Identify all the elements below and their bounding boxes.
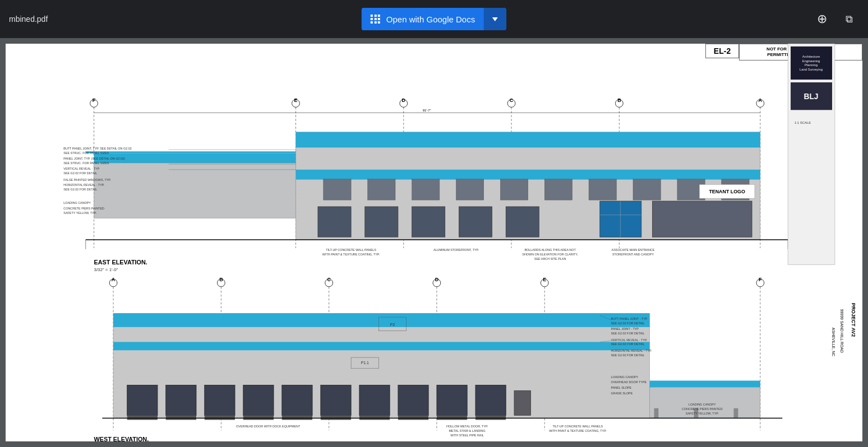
- svg-text:B: B: [219, 277, 223, 282]
- svg-text:SEE G2.02 FOR DETAIL: SEE G2.02 FOR DETAIL: [63, 188, 97, 191]
- svg-text:PANEL JOINT, TYP. (SEE DETAIL : PANEL JOINT, TYP. (SEE DETAIL ON G2.02): [63, 157, 125, 160]
- svg-text:TILT-UP CONCRETE WALL PANELS: TILT-UP CONCRETE WALL PANELS: [553, 425, 603, 428]
- svg-text:LOADING CANOPY: LOADING CANOPY: [611, 375, 639, 379]
- svg-text:SEE STRUC. FOR PANEL SIZES: SEE STRUC. FOR PANEL SIZES: [63, 151, 109, 155]
- svg-text:WITH PAINT & TEXTURE COATING, : WITH PAINT & TEXTURE COATING, TYP.: [322, 253, 380, 256]
- svg-text:Planning: Planning: [805, 63, 818, 67]
- svg-rect-100: [127, 385, 158, 415]
- svg-rect-101: [166, 385, 196, 415]
- svg-rect-105: [321, 385, 351, 415]
- puzzle-icon-button[interactable]: ⧉: [839, 9, 859, 29]
- main-content: NOT FOR CONSTRUCTION FOR PERMITTING PURP…: [0, 38, 868, 447]
- svg-text:STOREFRONT AND CANOPY: STOREFRONT AND CANOPY: [612, 253, 654, 256]
- pdf-page: NOT FOR CONSTRUCTION FOR PERMITTING PURP…: [6, 44, 862, 441]
- svg-text:FALSE PAINTED WINDOWS, TYP.: FALSE PAINTED WINDOWS, TYP.: [63, 178, 111, 181]
- svg-text:3/32" = 1'-0": 3/32" = 1'-0": [94, 267, 118, 272]
- svg-rect-22: [296, 170, 760, 180]
- svg-rect-95: [113, 342, 650, 351]
- chevron-down-icon: [492, 17, 498, 21]
- svg-text:PROJECT AV2: PROJECT AV2: [851, 303, 856, 337]
- svg-rect-111: [166, 416, 196, 420]
- svg-text:LOADING CANOPY: LOADING CANOPY: [689, 403, 716, 406]
- apps-icon: [371, 15, 381, 24]
- top-bar: mbined.pdf Open with Google Docs ⊕ ⧉: [0, 0, 868, 38]
- svg-rect-118: [437, 416, 467, 420]
- svg-rect-94: [113, 313, 650, 327]
- svg-text:GRADE SLOPE: GRADE SLOPE: [611, 392, 633, 395]
- svg-rect-108: [437, 385, 467, 415]
- top-right-icons: ⊕ ⧉: [812, 9, 859, 29]
- svg-text:TENANT LOGO: TENANT LOGO: [709, 189, 745, 194]
- svg-text:P2: P2: [390, 323, 395, 327]
- svg-text:OVERHEAD DOOR WITH DOCK EQUIPM: OVERHEAD DOOR WITH DOCK EQUIPMENT: [236, 425, 301, 428]
- svg-text:LOADING CANOPY: LOADING CANOPY: [63, 201, 91, 204]
- svg-rect-116: [359, 416, 390, 420]
- svg-text:P1.1: P1.1: [361, 361, 369, 365]
- svg-rect-117: [398, 416, 428, 420]
- svg-rect-114: [282, 416, 312, 420]
- svg-text:VERTICAL REVEAL - TYP: VERTICAL REVEAL - TYP: [63, 167, 99, 170]
- svg-rect-109: [475, 385, 506, 415]
- svg-text:SEE G2.02 FOR DETAIL: SEE G2.02 FOR DETAIL: [611, 322, 645, 325]
- svg-rect-38: [412, 207, 445, 237]
- filename: mbined.pdf: [9, 15, 48, 24]
- svg-text:SEE G2.02 FOR DETAIL: SEE G2.02 FOR DETAIL: [611, 342, 645, 346]
- svg-text:SEE G2.02 FOR DETAIL: SEE G2.02 FOR DETAIL: [611, 353, 645, 357]
- svg-rect-24: [94, 163, 296, 218]
- svg-rect-21: [296, 132, 760, 148]
- svg-rect-123: [654, 408, 658, 418]
- svg-rect-37: [365, 207, 398, 237]
- svg-rect-40: [506, 207, 539, 237]
- svg-text:ALUMINUM STOREFRONT, TYP.: ALUMINUM STOREFRONT, TYP.: [433, 248, 479, 252]
- svg-rect-41: [600, 201, 641, 237]
- svg-text:SAFETY YELLOW, TYP.: SAFETY YELLOW, TYP.: [686, 412, 719, 415]
- svg-marker-25: [86, 151, 296, 153]
- drawing-svg: F E D C B A 91'-7": [6, 44, 862, 441]
- svg-text:SAFETY YELLOW, TYP.: SAFETY YELLOW, TYP.: [63, 211, 96, 215]
- svg-text:EAST ELEVATION.: EAST ELEVATION.: [94, 259, 147, 266]
- svg-rect-44: [653, 201, 752, 237]
- svg-text:99999 SAND HILL ROAD: 99999 SAND HILL ROAD: [840, 309, 844, 353]
- svg-text:BUTT PANEL JOINT - TYP: BUTT PANEL JOINT - TYP: [611, 317, 648, 320]
- svg-text:B: B: [617, 97, 621, 103]
- svg-rect-29: [456, 179, 483, 200]
- add-icon-button[interactable]: ⊕: [812, 9, 832, 29]
- svg-text:BUTT PANEL JOINT, TYP. SEE DET: BUTT PANEL JOINT, TYP. SEE DETAIL ON G2.…: [63, 147, 131, 150]
- svg-rect-39: [459, 207, 492, 237]
- svg-text:OVERHEAD DOOR TYPE: OVERHEAD DOOR TYPE: [611, 380, 647, 384]
- svg-rect-121: [650, 381, 760, 388]
- svg-text:WITH STEEL PIPE RAIL: WITH STEEL PIPE RAIL: [450, 434, 484, 437]
- open-with-main-button[interactable]: Open with Google Docs: [362, 8, 484, 30]
- svg-rect-26: [324, 179, 351, 200]
- svg-text:METAL STAIR & LANDING: METAL STAIR & LANDING: [449, 429, 486, 432]
- svg-text:HOLLOW METAL DOOR, TYP.: HOLLOW METAL DOOR, TYP.: [446, 425, 488, 428]
- svg-text:1:1 SCALE: 1:1 SCALE: [795, 121, 811, 124]
- svg-text:91'-7": 91'-7": [423, 109, 431, 112]
- svg-text:Land Surveying: Land Surveying: [800, 68, 823, 71]
- svg-text:HORIZONTAL REVEAL - TYP.: HORIZONTAL REVEAL - TYP.: [63, 183, 104, 187]
- svg-rect-112: [205, 416, 235, 420]
- svg-text:Engineering: Engineering: [802, 59, 820, 63]
- svg-rect-113: [243, 416, 274, 420]
- svg-text:F: F: [93, 97, 96, 103]
- svg-text:CONCRETE PIERS PAINTED: CONCRETE PIERS PAINTED: [682, 407, 723, 411]
- svg-rect-104: [282, 385, 312, 415]
- svg-text:SHOWN ON ELEVATION FOR CLARITY: SHOWN ON ELEVATION FOR CLARITY,: [522, 253, 578, 256]
- svg-text:SEE G2.02 FOR DETAIL: SEE G2.02 FOR DETAIL: [611, 332, 645, 335]
- svg-rect-107: [398, 385, 428, 415]
- svg-text:VERTICAL REVEAL - TYP.: VERTICAL REVEAL - TYP.: [611, 338, 648, 342]
- open-with-dropdown-button[interactable]: [484, 8, 506, 30]
- svg-text:Architecture: Architecture: [802, 55, 820, 58]
- svg-rect-120: [514, 390, 531, 415]
- svg-rect-103: [243, 385, 274, 415]
- svg-text:ASSOCIATE MAIN ENTRANCE: ASSOCIATE MAIN ENTRANCE: [612, 248, 655, 252]
- svg-rect-36: [318, 207, 351, 237]
- svg-text:WITH PAINT & TEXTURE COATING, : WITH PAINT & TEXTURE COATING, TYP.: [549, 429, 607, 432]
- svg-text:ASHEVILLE, NC: ASHEVILLE, NC: [832, 328, 835, 356]
- svg-text:BLJ: BLJ: [804, 92, 818, 101]
- svg-text:PANEL JOINT - TYP: PANEL JOINT - TYP: [611, 327, 639, 330]
- svg-rect-32: [589, 179, 616, 200]
- svg-text:E: E: [294, 97, 298, 103]
- svg-rect-110: [127, 416, 158, 420]
- open-with-button[interactable]: Open with Google Docs: [362, 8, 506, 30]
